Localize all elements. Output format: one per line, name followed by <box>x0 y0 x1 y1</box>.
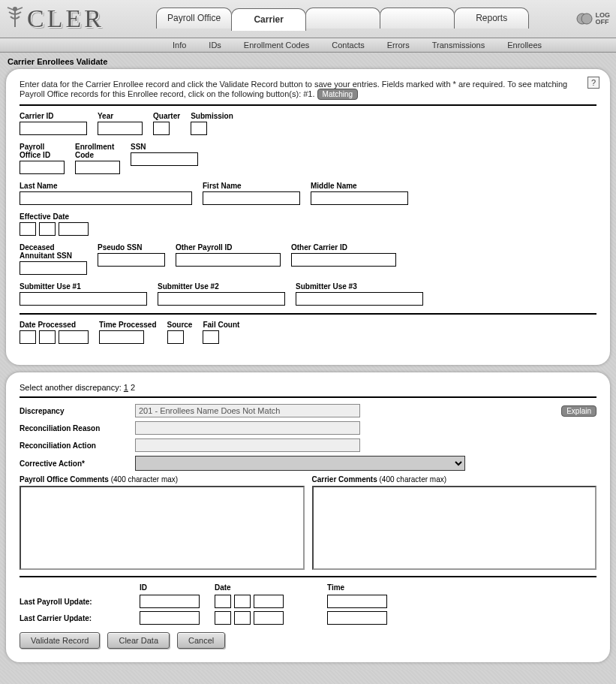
quarter-input[interactable] <box>153 122 170 135</box>
logoff-button[interactable]: LOG OFF <box>576 12 611 26</box>
tab-blank-1[interactable] <box>305 8 380 29</box>
other-carrier-id-input[interactable] <box>291 253 396 267</box>
other-payroll-id-input[interactable] <box>176 253 281 267</box>
source-input[interactable] <box>167 330 184 344</box>
logo-block: CLER <box>6 5 156 33</box>
middle-name-input[interactable] <box>311 191 408 205</box>
date-proc-mm[interactable] <box>20 330 36 344</box>
subnav-enrollment-codes[interactable]: Enrollment Codes <box>244 41 309 50</box>
subnav-contacts[interactable]: Contacts <box>332 41 364 50</box>
caduceus-icon <box>6 6 24 32</box>
brain-icon <box>576 12 593 26</box>
panel-discrepancy: Select another discrepancy: 1 2 Discrepa… <box>6 372 610 662</box>
last-payroll-date-dd[interactable] <box>234 595 251 608</box>
date-proc-yyyy[interactable] <box>59 330 89 344</box>
recon-reason-field <box>135 421 360 435</box>
app-header: CLER Payroll Office Carrier Reports LOG … <box>0 0 616 38</box>
page-title: Carrier Enrollees Validate <box>8 57 608 66</box>
help-icon[interactable]: ? <box>587 77 599 89</box>
ssn-input[interactable] <box>131 152 198 166</box>
last-payroll-update-label: Last Payroll Update: <box>20 598 132 606</box>
svg-point-3 <box>581 14 592 24</box>
eff-date-mm[interactable] <box>20 222 36 236</box>
last-payroll-date-yyyy[interactable] <box>254 595 284 608</box>
tab-payroll-office[interactable]: Payroll Office <box>156 8 232 29</box>
fail-count-input[interactable] <box>203 330 219 344</box>
time-processed-input[interactable] <box>99 330 144 344</box>
last-carrier-update-label: Last Carrier Update: <box>20 614 132 622</box>
carrier-comments-textarea[interactable] <box>312 486 597 570</box>
clear-data-button[interactable]: Clear Data <box>107 632 170 649</box>
logoff-line2: OFF <box>596 19 611 26</box>
panel-enrollee-form: ? Enter data for the Carrier Enrollee re… <box>6 69 610 365</box>
eff-date-dd[interactable] <box>39 222 56 236</box>
validate-record-button[interactable]: Validate Record <box>20 632 100 649</box>
date-proc-dd[interactable] <box>39 330 56 344</box>
po-comments-textarea[interactable] <box>20 486 305 570</box>
last-carrier-time[interactable] <box>327 611 387 625</box>
subnav-transmissions[interactable]: Transmissions <box>432 41 485 50</box>
year-input[interactable] <box>98 122 143 135</box>
eff-date-yyyy[interactable] <box>59 222 89 236</box>
first-name-input[interactable] <box>203 191 300 205</box>
discrepancy-link-2[interactable]: 2 <box>131 383 135 392</box>
pseudo-ssn-input[interactable] <box>98 253 165 267</box>
subnav-ids[interactable]: IDs <box>209 41 221 50</box>
subnav-enrollees[interactable]: Enrollees <box>507 41 542 50</box>
submitter2-input[interactable] <box>158 292 285 306</box>
subnav-errors[interactable]: Errors <box>387 41 410 50</box>
carrier-id-input[interactable] <box>20 122 87 135</box>
last-payroll-date-mm[interactable] <box>215 595 231 608</box>
last-carrier-date-dd[interactable] <box>234 611 251 625</box>
submission-input[interactable] <box>191 122 207 135</box>
logo-text: CLER <box>27 5 104 33</box>
carrier-comments-label: Carrier Comments (400 character max) <box>312 475 597 484</box>
enrollment-code-input[interactable] <box>75 161 120 174</box>
tab-blank-2[interactable] <box>380 8 455 29</box>
last-carrier-date-mm[interactable] <box>215 611 231 625</box>
recon-action-field <box>135 438 360 452</box>
last-carrier-id[interactable] <box>140 611 200 625</box>
last-payroll-time[interactable] <box>327 595 387 608</box>
submitter1-input[interactable] <box>20 292 147 306</box>
last-payroll-id[interactable] <box>140 595 200 608</box>
submitter3-input[interactable] <box>296 292 423 306</box>
tab-carrier[interactable]: Carrier <box>231 8 306 31</box>
deceased-ssn-input[interactable] <box>20 261 87 275</box>
main-tabs: Payroll Office Carrier Reports <box>156 8 570 30</box>
payroll-office-id-input[interactable] <box>20 161 65 174</box>
discrepancy-field <box>135 404 360 417</box>
matching-button[interactable]: Matching <box>317 89 359 100</box>
explain-button[interactable]: Explain <box>561 405 596 417</box>
po-comments-label: Payroll Office Comments (400 character m… <box>20 475 305 484</box>
select-discrepancy-line: Select another discrepancy: 1 2 <box>20 383 596 392</box>
sub-nav: Info IDs Enrollment Codes Contacts Error… <box>0 38 616 53</box>
tab-reports[interactable]: Reports <box>454 8 529 29</box>
last-name-input[interactable] <box>20 191 192 205</box>
corrective-action-select[interactable] <box>135 456 465 471</box>
last-carrier-date-yyyy[interactable] <box>254 611 284 625</box>
instructions-text: Enter data for the Carrier Enrollee reco… <box>20 80 596 100</box>
cancel-button[interactable]: Cancel <box>177 632 225 649</box>
subnav-info[interactable]: Info <box>173 41 186 50</box>
